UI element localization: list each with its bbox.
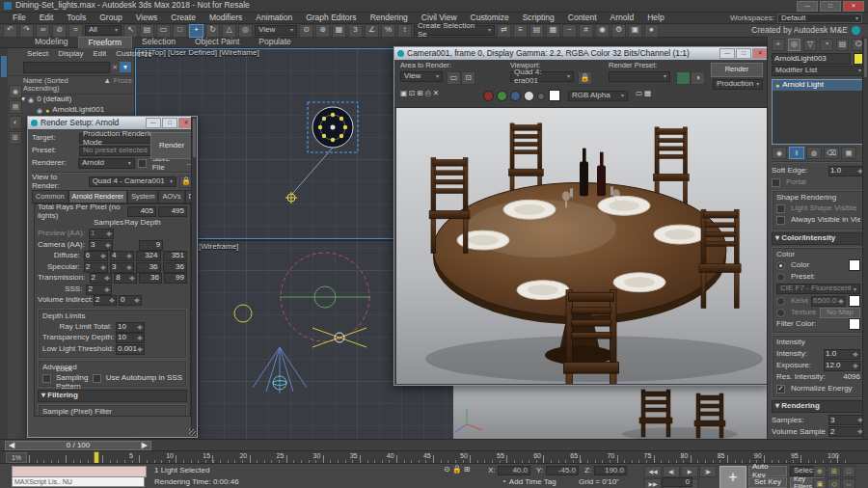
undo-icon[interactable]: ↶ [3, 24, 17, 38]
select-and-place-icon[interactable]: ◎ [238, 24, 253, 38]
color-intensity-rollout[interactable]: ▾ Color/Intensity [772, 232, 865, 245]
explorer-row-light[interactable]: ◉ ● ArnoldLight001 [8, 105, 134, 116]
time-slider-handle[interactable]: ◀ 0 / 100 ▶ [5, 441, 151, 450]
zoom-icon[interactable]: ⊕ [813, 466, 827, 477]
selection-lock-icon[interactable]: 🔒 [452, 466, 462, 474]
select-and-link-icon[interactable]: ∞ [36, 24, 50, 38]
lock-sampling-checkbox[interactable] [42, 374, 51, 383]
command-panel-scrollbar[interactable] [862, 37, 868, 439]
explorer-menu-item[interactable]: Customize [112, 49, 156, 60]
prev-frame-arrow-icon[interactable]: ◀ [9, 442, 14, 450]
low-light-threshold-spinner[interactable]: 0.001 [116, 344, 145, 355]
use-pivot-center-icon[interactable]: ⊙ [299, 24, 313, 38]
keyboard-override-icon[interactable]: ▦ [332, 24, 346, 38]
add-time-tag[interactable]: ◔Add Time Tag [502, 478, 556, 487]
camera-viewport[interactable] [453, 386, 767, 439]
color-preset-select[interactable]: CIE F7 - Fluorescent D65▾ [776, 284, 860, 294]
view-to-render-select[interactable]: Quad 4 - Camera001▾ [89, 176, 176, 187]
volume-indirect-depth-spinner[interactable]: 0 [119, 295, 142, 306]
save-table-icon[interactable]: ▦ [644, 90, 651, 97]
transparency-depth-spinner[interactable]: 10 [116, 333, 145, 343]
material-editor-icon[interactable]: ◉ [595, 24, 610, 38]
current-frame-field[interactable]: 0 [662, 477, 692, 487]
minimize-button[interactable]: — [797, 1, 818, 12]
explorer-list-icon[interactable]: ▤ [9, 100, 22, 114]
intensity-spinner[interactable]: 1.0 [824, 349, 860, 360]
filtering-rollout[interactable]: ▾ Filtering [38, 390, 187, 402]
ribbon-tab-populate[interactable]: Populate [249, 38, 301, 48]
maximize-button[interactable]: □ [820, 1, 841, 12]
curve-editor-icon[interactable]: ~ [562, 24, 577, 38]
dialog-resize-grip[interactable] [189, 429, 196, 436]
render-button[interactable]: Render [150, 132, 193, 159]
kelvin-radio[interactable] [776, 297, 785, 306]
dialog-maximize-button[interactable]: □ [162, 118, 177, 128]
volume-indirect-samples-spinner[interactable]: 2 [94, 295, 117, 306]
rfw-maximize-button[interactable]: □ [736, 48, 751, 59]
workspace-select[interactable]: Default▾ [777, 14, 862, 23]
specular-depth-spinner[interactable]: 3 [110, 262, 134, 273]
rsd-tab-system[interactable]: System [127, 190, 158, 203]
dialog-minimize-button[interactable]: — [146, 118, 161, 128]
search-input[interactable] [23, 62, 110, 73]
save-file-checkbox[interactable] [138, 159, 147, 168]
color-radio[interactable] [776, 261, 785, 270]
texture-radio[interactable] [776, 309, 785, 317]
kelvin-spinner[interactable]: 6500.0 [811, 296, 846, 307]
modifier-stack[interactable]: ● Arnold Light [772, 79, 865, 145]
menu-item[interactable]: Arnold [604, 14, 641, 22]
reference-coordinate-select[interactable]: View▾ [255, 25, 297, 36]
maxscript-mini-listener[interactable]: MAXScript Lis.. NU [12, 476, 145, 487]
modify-tab-icon[interactable]: ◎ [788, 39, 801, 51]
explorer-menu-item[interactable]: Edit [89, 49, 110, 60]
viewport-label-bottom[interactable]: [Wireframe] [199, 243, 238, 252]
ribbon-toggle-icon[interactable]: ▦ [546, 24, 560, 38]
set-keys-button[interactable]: + [719, 466, 746, 488]
rfw-title-bar[interactable]: Camera001, frame 0, Display Gamma: 2.2, … [394, 47, 771, 60]
menu-item[interactable]: Content [561, 14, 604, 22]
rendered-image[interactable] [396, 108, 769, 384]
go-to-end-icon[interactable]: ▶▶ [644, 478, 662, 488]
portal-checkbox[interactable] [772, 178, 780, 187]
align-icon[interactable]: ≡ [513, 24, 528, 38]
hierarchy-tab-icon[interactable]: ▽ [803, 39, 817, 51]
sss-samples-spinner[interactable]: 2 [86, 285, 111, 295]
render-mode-select[interactable]: Production▾ [713, 79, 763, 90]
absolute-mode-icon[interactable]: ⊞ [464, 466, 471, 474]
menu-item[interactable]: Help [640, 14, 670, 22]
show-end-result-icon[interactable]: ‖ [789, 147, 804, 159]
menu-item[interactable]: Tools [60, 14, 93, 22]
explorer-geometry-filter-icon[interactable]: ⊞ [9, 131, 22, 145]
red-channel-icon[interactable] [483, 91, 494, 101]
remove-modifier-icon[interactable]: ⌫ [824, 147, 839, 159]
ribbon-tab-object-paint[interactable]: Object Paint [185, 38, 249, 48]
mono-channel-icon[interactable] [524, 91, 534, 101]
transmission-samples-spinner[interactable]: 2 [90, 273, 113, 284]
next-frame-arrow-icon[interactable]: ▶ [142, 442, 148, 450]
render-setup-icon[interactable]: ⚙ [611, 24, 626, 38]
auto-key-button[interactable]: Auto Key [748, 466, 787, 476]
menu-item[interactable]: File [6, 14, 33, 22]
diffuse-depth-spinner[interactable]: 4 [110, 251, 134, 261]
redo-icon[interactable]: ↷ [19, 24, 34, 38]
eye-icon[interactable]: ◉ [28, 96, 34, 104]
normalize-energy-checkbox[interactable]: ✓ [776, 385, 785, 393]
select-and-move-icon[interactable]: + [189, 24, 203, 38]
viewport-tab[interactable] [1, 56, 7, 77]
print-image-icon[interactable]: ⎙ [425, 90, 431, 97]
blue-channel-icon[interactable] [510, 91, 521, 101]
rfw-minimize-button[interactable]: — [719, 48, 735, 59]
schematic-view-icon[interactable]: # [579, 24, 593, 38]
next-frame-icon[interactable]: |▶ [699, 466, 717, 477]
ray-limit-spinner[interactable]: 10 [116, 322, 145, 333]
selection-filter-select[interactable]: All▾ [85, 25, 122, 36]
ribbon-tab-selection[interactable]: Selection [132, 38, 185, 48]
filter-funnel-icon[interactable]: ▼ [120, 62, 131, 72]
zoom-extents-all-icon[interactable]: ▣ [813, 478, 827, 488]
clear-search-icon[interactable]: ✕ [112, 64, 118, 71]
menu-item[interactable]: Create [164, 14, 203, 22]
zoom-all-icon[interactable]: ⊞ [827, 466, 841, 477]
light-color-swatch[interactable] [849, 259, 860, 271]
y-coordinate-field[interactable]: -45.0 [546, 466, 579, 475]
soft-edge-spinner[interactable]: 1.0 [828, 166, 865, 176]
